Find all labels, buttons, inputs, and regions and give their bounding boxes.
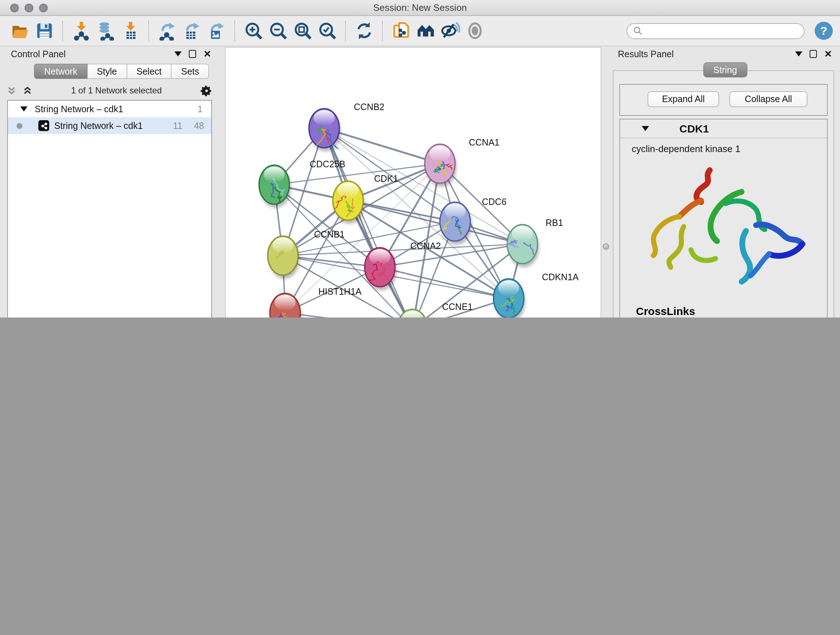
- network-node-ccne1[interactable]: CCNE1: [397, 302, 473, 318]
- protein-result-card: CDK1 cyclin-dependent kinase 1: [619, 119, 828, 318]
- export-image-icon[interactable]: [205, 20, 227, 42]
- node-label: CDC6: [482, 196, 507, 207]
- tree-expand-caret[interactable]: [20, 106, 27, 111]
- show-all-icon[interactable]: [464, 20, 485, 42]
- node-label: CDK1: [374, 173, 398, 184]
- network-selection-status: 1 of 1 Network selected: [33, 86, 201, 96]
- string-app-icon: [38, 120, 49, 131]
- network-edge[interactable]: [285, 313, 412, 318]
- control-panel-tabs: Network Style Select Sets: [34, 64, 210, 79]
- results-actions-box: Expand All Collapse All: [619, 84, 828, 116]
- collapse-caret-icon[interactable]: [642, 126, 649, 131]
- window-title: Session: New Session: [0, 2, 840, 13]
- network-label: String Network – cdk1: [54, 120, 143, 131]
- hide-selected-icon[interactable]: [439, 20, 461, 42]
- node-label: CCNE1: [442, 302, 473, 312]
- results-panel-body: Expand All Collapse All CDK1 cyclin-depe…: [613, 70, 834, 318]
- panel-maximize-icon[interactable]: [189, 50, 196, 58]
- toolbar-separator: [62, 21, 63, 41]
- copy-network-icon[interactable]: [390, 20, 412, 42]
- collapse-all-button[interactable]: Collapse All: [729, 91, 807, 107]
- right-splitter-handle[interactable]: [603, 243, 609, 250]
- network-canvas[interactable]: CCNB2CCNA1CDC25BCDK1CDC6RB1CCNB1CCNA2CDK…: [225, 47, 601, 318]
- tab-network[interactable]: Network: [34, 64, 88, 79]
- results-panel-title: Results Panel: [618, 49, 674, 59]
- export-network-icon[interactable]: [156, 20, 178, 42]
- tab-style[interactable]: Style: [88, 64, 127, 79]
- toolbar-separator: [345, 21, 346, 41]
- panel-close-icon[interactable]: ✕: [824, 50, 832, 58]
- node-label: CDC25B: [309, 159, 346, 169]
- save-session-icon[interactable]: [33, 20, 55, 42]
- toolbar-separator: [382, 21, 383, 41]
- results-tab-string[interactable]: String: [703, 62, 747, 78]
- collection-label: String Network – cdk1: [35, 104, 123, 114]
- collection-count: 1: [197, 104, 202, 114]
- zoom-in-icon[interactable]: [242, 20, 264, 42]
- network-bullet-icon: [17, 123, 22, 128]
- node-label: RB1: [546, 218, 563, 228]
- protein-description: cyclin-dependent kinase 1: [632, 143, 827, 154]
- toolbar-separator: [234, 21, 235, 41]
- search-icon: [633, 26, 643, 35]
- node-label: CCNA1: [469, 137, 500, 147]
- main-toolbar: ?: [0, 16, 840, 46]
- network-node-ccna1[interactable]: CCNA1: [425, 137, 500, 187]
- control-panel-title: Control Panel: [11, 49, 66, 59]
- collapse-all-icon[interactable]: [6, 86, 17, 96]
- export-table-icon[interactable]: [181, 20, 202, 42]
- expand-all-button[interactable]: Expand All: [647, 91, 719, 107]
- node-count: 11: [173, 120, 182, 131]
- import-table-icon[interactable]: [119, 20, 141, 42]
- homes-icon[interactable]: [415, 20, 436, 42]
- zoom-selected-icon[interactable]: [316, 20, 338, 42]
- network-collection-row[interactable]: String Network – cdk1 1: [8, 101, 211, 117]
- title-bar: Session: New Session: [0, 0, 840, 16]
- protein-name: CDK1: [679, 122, 709, 135]
- crosslinks-title: CrossLinks: [636, 305, 827, 317]
- import-database-icon[interactable]: [95, 20, 117, 42]
- search-field[interactable]: [627, 23, 805, 39]
- string-tab-label[interactable]: String: [703, 62, 747, 78]
- panel-float-icon[interactable]: [795, 51, 802, 57]
- network-edge[interactable]: [324, 128, 440, 164]
- node-label: CDKN1A: [542, 272, 579, 282]
- search-input[interactable]: [643, 25, 798, 36]
- panel-maximize-icon[interactable]: [810, 50, 817, 58]
- main-content: Control Panel ✕ Network Style Select Set…: [0, 46, 840, 318]
- zoom-fit-icon[interactable]: [292, 20, 313, 42]
- network-row[interactable]: String Network – cdk1 11 48: [8, 117, 211, 134]
- zoom-out-icon[interactable]: [267, 20, 289, 42]
- network-edge[interactable]: [285, 164, 440, 313]
- network-node-cdkn1a[interactable]: CDKN1A: [493, 272, 579, 318]
- open-file-icon[interactable]: [9, 20, 30, 42]
- tab-select[interactable]: Select: [127, 64, 172, 79]
- application-window: Session: New Session ?: [0, 0, 840, 318]
- node-label: CCNB2: [354, 102, 385, 112]
- toolbar-separator: [148, 21, 149, 41]
- panel-close-icon[interactable]: ✕: [203, 50, 211, 58]
- network-node-rb1[interactable]: RB1: [507, 218, 563, 267]
- network-tree: String Network – cdk1 1 String Network –…: [7, 100, 212, 318]
- import-network-icon[interactable]: [70, 20, 92, 42]
- network-graph[interactable]: CCNB2CCNA1CDC25BCDK1CDC6RB1CCNB1CCNA2CDK…: [226, 48, 600, 318]
- protein-structure-image: [640, 157, 807, 299]
- edge-count: 48: [194, 120, 204, 131]
- network-node-cdk1[interactable]: CDK1: [333, 173, 398, 224]
- expand-all-icon[interactable]: [22, 86, 33, 96]
- protein-card-header[interactable]: CDK1: [620, 119, 827, 138]
- node-label: CCNA2: [410, 241, 441, 251]
- control-panel: Control Panel ✕ Network Style Select Set…: [4, 48, 216, 318]
- panel-float-icon[interactable]: [174, 51, 182, 57]
- refresh-layout-icon[interactable]: [353, 20, 375, 42]
- node-label: HIST1H1A: [318, 287, 362, 296]
- tab-sets[interactable]: Sets: [172, 64, 210, 79]
- help-icon[interactable]: ?: [815, 22, 833, 40]
- results-panel: Results Panel ✕ Expand All Collapse All …: [611, 48, 836, 318]
- gear-icon[interactable]: [201, 84, 213, 97]
- network-edge[interactable]: [274, 185, 455, 222]
- node-label: CCNB1: [314, 229, 345, 239]
